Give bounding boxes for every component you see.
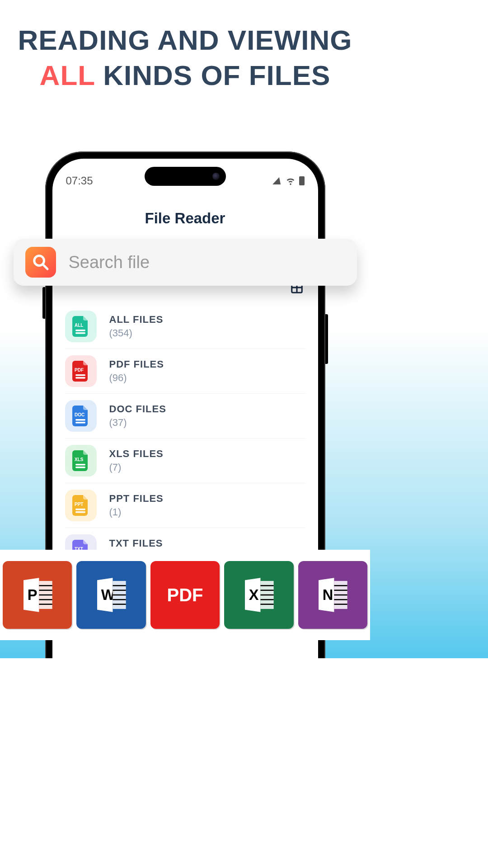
file-category-row[interactable]: DOC DOC FILES (37) [65, 394, 305, 439]
svg-rect-14 [75, 467, 85, 468]
file-category-text: PPT FILES (1) [109, 493, 164, 518]
svg-text:N: N [323, 586, 333, 603]
svg-rect-13 [75, 464, 85, 466]
phone-notch [145, 167, 226, 186]
file-category-label: TXT FILES [109, 538, 163, 549]
file-category-row[interactable]: ALL ALL FILES (354) [65, 304, 305, 349]
file-category-label: PDF FILES [109, 359, 164, 370]
file-category-count: (37) [109, 417, 166, 429]
svg-rect-16 [75, 509, 85, 510]
file-type-strip: P W PDF X N [0, 550, 370, 640]
svg-text:XLS: XLS [75, 457, 84, 462]
svg-text:P: P [27, 586, 37, 603]
file-category-row[interactable]: PPT PPT FILES (1) [65, 483, 305, 528]
filetype-tile-pdf[interactable]: PDF [150, 561, 220, 629]
file-category-label: DOC FILES [109, 403, 166, 415]
file-category-label: XLS FILES [109, 448, 164, 460]
file-category-icon: PPT [65, 490, 97, 521]
app-title: File Reader [52, 210, 318, 227]
svg-text:PDF: PDF [75, 368, 84, 373]
file-category-count: (96) [109, 372, 164, 384]
filetype-tile-excel[interactable]: X [224, 561, 293, 629]
headline-accent: ALL [40, 60, 95, 91]
file-category-label: PPT FILES [109, 493, 164, 505]
svg-rect-5 [75, 332, 85, 334]
battery-icon [299, 176, 305, 185]
svg-rect-4 [75, 330, 85, 331]
status-time: 07:35 [66, 175, 93, 187]
svg-rect-8 [75, 377, 85, 379]
headline-part1: READING AND VIEWING [18, 24, 352, 56]
file-category-count: (1) [109, 506, 164, 518]
filetype-tile-word[interactable]: W [76, 561, 145, 629]
svg-rect-17 [75, 511, 85, 513]
svg-rect-10 [75, 419, 85, 421]
file-category-row[interactable]: XLS XLS FILES (7) [65, 439, 305, 483]
file-category-text: ALL FILES (354) [109, 314, 164, 339]
search-icon [25, 247, 56, 278]
file-category-row[interactable]: PDF PDF FILES (96) [65, 349, 305, 394]
file-category-count: (7) [109, 462, 164, 473]
file-category-icon: DOC [65, 400, 97, 432]
svg-text:X: X [249, 586, 259, 603]
svg-line-22 [43, 264, 47, 269]
wifi-icon [286, 176, 296, 186]
svg-text:PPT: PPT [75, 502, 83, 507]
svg-rect-7 [75, 374, 85, 376]
file-category-label: ALL FILES [109, 314, 164, 326]
headline-part2: KINDS OF FILES [103, 60, 330, 91]
file-category-icon: PDF [65, 355, 97, 387]
file-category-text: DOC FILES (37) [109, 403, 166, 429]
filetype-tile-powerpoint[interactable]: P [3, 561, 72, 629]
svg-text:ALL: ALL [75, 323, 83, 328]
file-category-icon: ALL [65, 311, 97, 342]
file-category-icon: XLS [65, 445, 97, 476]
file-category-count: (354) [109, 327, 164, 339]
search-bar[interactable]: Search file [14, 239, 357, 286]
file-category-text: XLS FILES (7) [109, 448, 164, 473]
search-placeholder: Search file [69, 253, 150, 272]
filetype-tile-onenote[interactable]: N [298, 561, 367, 629]
signal-icon [272, 177, 283, 184]
status-icons [274, 176, 305, 186]
file-category-text: PDF FILES (96) [109, 359, 164, 384]
svg-rect-11 [75, 422, 85, 424]
svg-text:DOC: DOC [75, 412, 84, 417]
marketing-headline: READING AND VIEWING ALL KINDS OF FILES [0, 0, 370, 93]
